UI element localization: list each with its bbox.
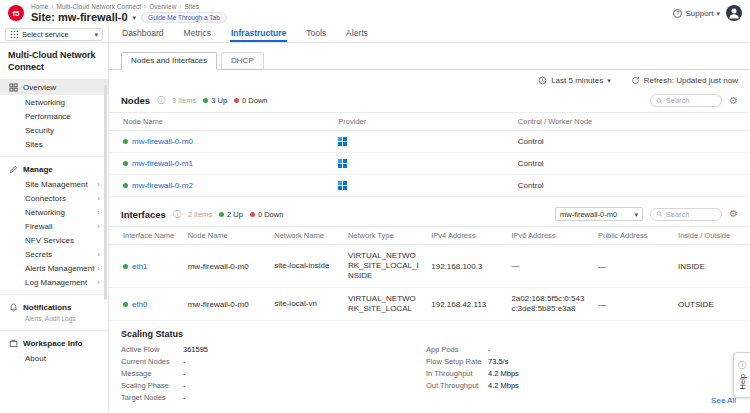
breadcrumb-sites[interactable]: Sites [185,3,199,10]
table-row: mw-firewall-0-m0 Control [109,131,750,153]
sidebar-item-label: Alerts Management [25,264,94,273]
sidebar-item-alerts-management[interactable]: Alerts Management [0,261,108,275]
support-menu[interactable]: Support [673,9,720,18]
sidebar-item-performance[interactable]: Performance [0,109,108,123]
sidebar-item-label: Networking [25,98,65,107]
sidebar-item-site-management[interactable]: Site Management [0,177,108,191]
if-node: mw-firewall-0-m0 [183,288,270,321]
subtab-dhcp[interactable]: DHCP [221,52,264,70]
sidebar-section-manage: Manage [0,161,108,177]
table-row: eth1 mw-firewall-0-m0 site-local-inside … [109,245,750,288]
nodes-title: Nodes [121,95,150,106]
sidebar-item-manage-networking[interactable]: Networking [0,205,108,219]
breadcrumb-mcn[interactable]: Multi-Cloud Network Connect [57,3,147,10]
main-content: Nodes and Interfaces DHCP Last 5 minutes… [109,43,750,413]
table-row: eth0 mw-firewall-0-m0 site-local-vn VIRT… [109,288,750,321]
if-col-public[interactable]: Public Address [593,227,673,245]
site-selector-caret-icon[interactable] [133,13,137,22]
sidebar-item-firewall[interactable]: Firewall [0,219,108,233]
if-col-network-type[interactable]: Network Type [343,227,426,245]
sidebar-item-workspace-info[interactable]: Workspace Info [0,335,108,351]
nodes-settings-gear-icon[interactable] [729,96,738,106]
sidebar-title: Multi-Cloud Network Connect [0,43,108,79]
interface-link[interactable]: eth0 [132,300,148,309]
nodes-col-node-name[interactable]: Node Name [109,113,333,131]
sidebar-item-label: Notifications [23,303,71,312]
tab-alerts[interactable]: Alerts [345,26,369,42]
sidebar-item-networking[interactable]: Networking [0,95,108,109]
scaling-kv: In Throughput4.2 Mbps [426,368,731,380]
nodes-panel: Nodes 3 items 3 Up 0 Down [109,88,750,197]
nodes-col-provider[interactable]: Provider [333,113,512,131]
sidebar-item-nfv-services[interactable]: NFV Services [0,233,108,247]
interfaces-panel: Interfaces 2 items 2 Up 0 Down mw-firewa… [109,201,750,321]
if-public: — [593,288,673,321]
sidebar-item-security[interactable]: Security [0,123,108,137]
interfaces-node-filter-dropdown[interactable]: mw-firewall-0-m0 [555,207,643,221]
sidebar-item-about[interactable]: About [0,351,108,365]
nodes-table: Node Name Provider Control / Worker Node… [109,112,750,197]
sidebar-item-notifications[interactable]: Notifications [0,299,108,315]
sidebar-item-connectors[interactable]: Connectors [0,191,108,205]
nodes-col-control-worker[interactable]: Control / Worker Node [513,113,750,131]
table-row: mw-firewall-0-m2 Control [109,175,750,197]
time-range-caret-icon [607,76,611,85]
sidebar-item-label: Secrets [25,250,52,259]
f5-logo[interactable]: f5 [8,5,24,21]
guide-me-button[interactable]: Guide Me Through a Tab [141,12,227,23]
info-icon[interactable] [173,209,181,220]
tab-tools[interactable]: Tools [305,26,327,42]
user-avatar[interactable] [726,5,742,21]
sidebar-item-log-management[interactable]: Log Management [0,275,108,289]
help-tab[interactable]: Help [733,352,750,398]
scaling-kv: Out Throughput4.2 Mbps [426,379,731,391]
interfaces-settings-gear-icon[interactable] [729,209,738,219]
support-label: Support [685,9,713,18]
pencil-icon [8,164,18,174]
breadcrumb: Home Multi-Cloud Network Connect Overvie… [31,3,666,10]
sidebar-item-label: Connectors [25,194,66,203]
node-link[interactable]: mw-firewall-0-m0 [132,137,193,146]
node-link[interactable]: mw-firewall-0-m2 [132,181,193,190]
interfaces-down-status: 0 Down [250,210,283,219]
chevron-right-icon [97,208,100,217]
time-range-dropdown[interactable]: Last 5 minutes [538,76,611,85]
nodes-count: 3 items [172,96,196,105]
if-col-interface-name[interactable]: Interface Name [109,227,183,245]
refresh-control[interactable]: Refresh: Updated just now [631,76,738,85]
nodes-search-input[interactable] [666,96,716,105]
interfaces-count: 2 items [188,210,212,219]
if-col-node-name[interactable]: Node Name [183,227,270,245]
sidebar-item-secrets[interactable]: Secrets [0,247,108,261]
sidebar-item-label: Overview [23,83,56,92]
interfaces-search-input[interactable] [666,210,716,219]
sidebar-scrollbar[interactable] [104,85,107,300]
interface-link[interactable]: eth1 [132,262,148,271]
down-dot [234,98,239,103]
chevron-right-icon [97,180,100,189]
time-range-label: Last 5 minutes [551,76,603,85]
help-label: Help [738,374,747,389]
breadcrumb-overview[interactable]: Overview [149,3,181,10]
azure-provider-icon [338,159,347,168]
if-col-inside-outside[interactable]: Inside / Outside [673,227,750,245]
tab-metrics[interactable]: Metrics [183,26,212,42]
if-col-network-name[interactable]: Network Name [269,227,343,245]
if-col-ipv4[interactable]: IPv4 Address [426,227,506,245]
see-all-link[interactable]: See All [711,396,736,405]
node-link[interactable]: mw-firewall-0-m1 [132,159,193,168]
subtab-nodes-and-interfaces[interactable]: Nodes and Interfaces [121,52,217,70]
tab-dashboard[interactable]: Dashboard [121,26,165,42]
if-col-ipv6[interactable]: IPv6 Address [506,227,593,245]
sidebar-item-sites[interactable]: Sites [0,137,108,151]
if-network: site-local-inside [269,245,343,288]
chevron-right-icon [97,278,100,287]
interfaces-search [650,208,722,221]
sidebar-item-overview[interactable]: Overview [0,79,108,95]
if-side: OUTSIDE [673,288,750,321]
sidebar-section-label: Manage [23,165,53,174]
breadcrumb-home[interactable]: Home [31,3,54,10]
info-icon[interactable] [157,95,165,106]
select-service-dropdown[interactable]: Select service [5,28,103,41]
tab-infrastructure[interactable]: Infrastructure [230,26,287,42]
